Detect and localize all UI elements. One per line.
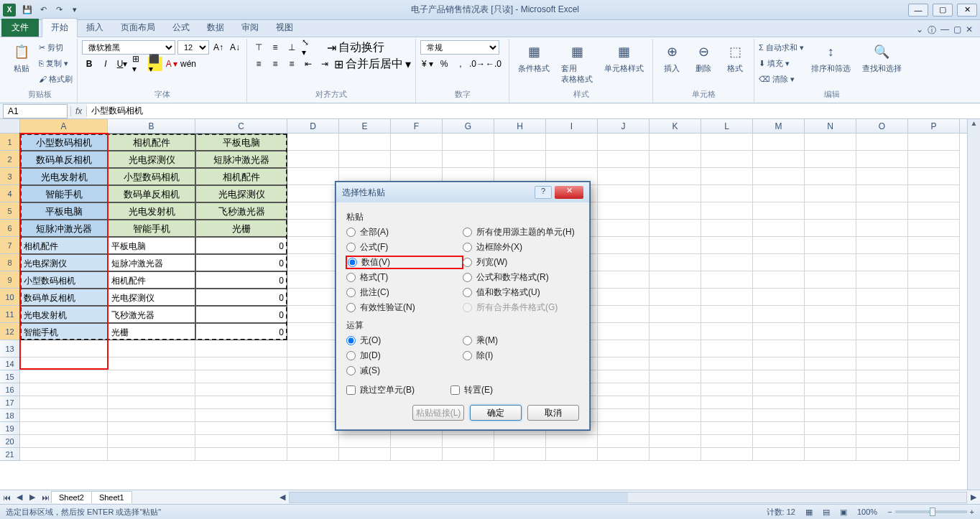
cell[interactable]: [598, 409, 650, 422]
cell[interactable]: [108, 409, 195, 422]
cell[interactable]: [753, 323, 805, 340]
cell[interactable]: [287, 422, 339, 435]
column-header[interactable]: C: [195, 119, 287, 133]
cell[interactable]: [598, 448, 650, 461]
indent-decrease-icon[interactable]: ⇤: [301, 57, 315, 71]
column-header[interactable]: P: [908, 119, 960, 133]
cell[interactable]: [598, 168, 650, 185]
cell[interactable]: [753, 357, 805, 370]
name-box[interactable]: [3, 104, 68, 118]
cell[interactable]: [443, 448, 494, 461]
cell[interactable]: [856, 202, 908, 220]
cell[interactable]: [753, 435, 805, 448]
merge-center-button[interactable]: ⊞ 合并后居中 ▾: [334, 57, 411, 71]
cell[interactable]: [20, 448, 108, 461]
underline-button[interactable]: U ▾: [115, 57, 129, 71]
cell[interactable]: 数码单反相机: [108, 185, 195, 202]
format-painter-button[interactable]: 🖌 格式刷: [39, 72, 73, 86]
view-normal-icon[interactable]: ▦: [805, 508, 813, 517]
percent-icon[interactable]: %: [437, 57, 451, 71]
cell[interactable]: [701, 185, 753, 202]
sort-filter-button[interactable]: ↕排序和筛选: [807, 40, 855, 75]
cell[interactable]: 平板电脑: [20, 202, 108, 220]
formula-input[interactable]: [87, 104, 980, 118]
cell[interactable]: 光电发射机: [108, 202, 195, 220]
cell[interactable]: [908, 151, 960, 168]
select-all-corner[interactable]: [0, 119, 20, 133]
cell[interactable]: [908, 323, 960, 340]
cell[interactable]: [753, 271, 805, 289]
insert-cells-button[interactable]: ⊕插入: [657, 40, 686, 75]
radio-comments[interactable]: 批注(C): [346, 286, 463, 299]
cell[interactable]: [701, 289, 753, 306]
cell[interactable]: [598, 435, 650, 448]
cell[interactable]: 光电发射机: [20, 168, 108, 185]
cell[interactable]: [287, 254, 339, 271]
align-right-icon[interactable]: ≡: [285, 57, 299, 71]
cell[interactable]: 智能手机: [20, 323, 108, 340]
cell[interactable]: 短脉冲激光器: [20, 220, 108, 237]
cell[interactable]: [20, 409, 108, 422]
row-header[interactable]: 4: [0, 185, 20, 202]
cell[interactable]: [195, 435, 287, 448]
row-header[interactable]: 16: [0, 383, 20, 396]
cell[interactable]: [650, 254, 701, 271]
cell[interactable]: [805, 237, 856, 254]
cell[interactable]: 光栅: [108, 323, 195, 340]
cell[interactable]: 0: [195, 323, 287, 340]
qat-dropdown-icon[interactable]: ▾: [68, 3, 82, 17]
format-as-table-button[interactable]: ▦套用 表格格式: [557, 40, 597, 86]
cell[interactable]: [108, 435, 195, 448]
paste-link-button[interactable]: 粘贴链接(L): [412, 405, 464, 421]
align-left-icon[interactable]: ≡: [251, 57, 266, 71]
phonetic-button[interactable]: wén: [181, 57, 195, 71]
vertical-scrollbar[interactable]: ▲: [967, 119, 980, 501]
increase-decimal-icon[interactable]: .0→: [470, 57, 484, 71]
align-bottom-icon[interactable]: ⊥: [285, 40, 299, 55]
cell[interactable]: [287, 134, 339, 151]
cell[interactable]: [20, 396, 108, 409]
cell[interactable]: [856, 435, 908, 448]
cell[interactable]: [856, 422, 908, 435]
fill-color-button[interactable]: ⬛ ▾: [148, 57, 162, 71]
cell[interactable]: [339, 448, 391, 461]
cell[interactable]: [805, 271, 856, 289]
cell[interactable]: [753, 383, 805, 396]
cell[interactable]: [753, 396, 805, 409]
cell[interactable]: [856, 289, 908, 306]
cell[interactable]: [908, 370, 960, 383]
cell[interactable]: [287, 237, 339, 254]
indent-increase-icon[interactable]: ⇥: [318, 57, 332, 71]
cell[interactable]: 小型数码相机: [20, 271, 108, 289]
cell[interactable]: [287, 202, 339, 220]
italic-button[interactable]: I: [98, 57, 113, 71]
row-header[interactable]: 17: [0, 396, 20, 409]
cell[interactable]: [287, 383, 339, 396]
cell[interactable]: [598, 202, 650, 220]
cell[interactable]: [753, 202, 805, 220]
cell[interactable]: [598, 151, 650, 168]
cell[interactable]: [287, 168, 339, 185]
cell[interactable]: [443, 151, 494, 168]
cell[interactable]: 光电探测仪: [108, 289, 195, 306]
cell[interactable]: [391, 151, 443, 168]
cell[interactable]: [494, 151, 546, 168]
cell[interactable]: 短脉冲激光器: [195, 151, 287, 168]
cell[interactable]: [195, 370, 287, 383]
radio-validation[interactable]: 有效性验证(N): [346, 301, 463, 314]
cell[interactable]: [339, 435, 391, 448]
cell[interactable]: 智能手机: [20, 185, 108, 202]
radio-noborder[interactable]: 边框除外(X): [463, 241, 579, 253]
row-header[interactable]: 13: [0, 340, 20, 357]
column-header[interactable]: I: [546, 119, 598, 133]
sheet-nav-prev-icon[interactable]: ◀: [13, 492, 26, 502]
window-close-icon[interactable]: ✕: [966, 24, 973, 37]
cell[interactable]: [287, 220, 339, 237]
cell[interactable]: [108, 448, 195, 461]
window-restore-icon[interactable]: ▢: [953, 24, 961, 37]
cell[interactable]: [108, 340, 195, 357]
cell[interactable]: [650, 185, 701, 202]
column-header[interactable]: A: [20, 119, 108, 133]
ok-button[interactable]: 确定: [470, 405, 522, 421]
cell[interactable]: 相机配件: [108, 134, 195, 151]
